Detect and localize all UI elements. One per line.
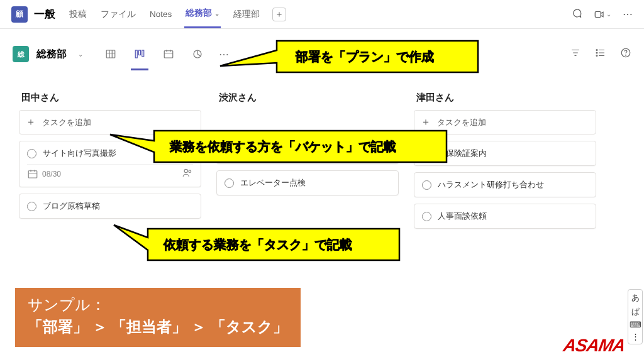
svg-point-13 <box>184 169 187 172</box>
complete-radio-icon[interactable] <box>225 148 234 157</box>
more-icon[interactable]: ⋯ <box>623 8 633 20</box>
calendar-icon <box>27 168 38 180</box>
task-card[interactable] <box>216 141 399 164</box>
svg-point-14 <box>189 170 191 173</box>
meet-icon[interactable]: ⌄ <box>594 9 611 20</box>
complete-radio-icon[interactable] <box>422 212 431 221</box>
plan-header: 総 総務部 ⌄ ⋯ <box>13 40 631 68</box>
complete-radio-icon[interactable] <box>225 178 234 188</box>
ime-item[interactable]: あ <box>631 292 640 304</box>
svg-rect-1 <box>106 50 115 58</box>
tab-soumu[interactable]: 総務部 ⌄ <box>184 1 221 28</box>
ime-toolbar[interactable]: あ ぱ ⌨ ⋮ <box>628 289 643 344</box>
plan-avatar[interactable]: 総 <box>13 46 29 62</box>
bucket-shibusawa: 渋沢さん ＋ エレベーター点検 <box>216 92 399 229</box>
plus-icon: ＋ <box>421 116 431 129</box>
task-card[interactable]: ハラスメント研修打ち合わせ <box>414 172 596 197</box>
task-title: エレベーター点検 <box>240 177 306 189</box>
svg-rect-4 <box>142 50 144 57</box>
task-card[interactable]: サイト向け写真撮影 08/30 <box>19 141 201 187</box>
svg-point-7 <box>596 50 597 51</box>
bucket-title[interactable]: 津田さん <box>414 92 596 104</box>
plan-right-controls <box>570 47 631 61</box>
board-view-icon[interactable] <box>132 47 147 62</box>
svg-rect-12 <box>28 170 37 177</box>
list-settings-icon[interactable] <box>595 47 606 61</box>
svg-rect-5 <box>164 51 173 58</box>
add-tab-button[interactable]: ＋ <box>272 8 286 21</box>
add-task-button[interactable]: ＋ タスクを追加 <box>19 110 201 134</box>
add-task-label: タスクを追加 <box>42 117 91 128</box>
ime-more-icon[interactable]: ⋮ <box>631 332 640 341</box>
tab-posts[interactable]: 投稿 <box>68 1 88 28</box>
add-task-label: タスクを追加 <box>437 117 486 128</box>
task-card[interactable]: エレベーター点検 <box>216 170 399 195</box>
view-more-icon[interactable]: ⋯ <box>219 48 229 60</box>
svg-point-8 <box>596 52 597 53</box>
svg-rect-3 <box>139 50 141 55</box>
task-title: ブログ原稿草稿 <box>43 200 100 212</box>
task-title: 人事面談依頼 <box>438 211 487 222</box>
add-task-button[interactable]: ＋ タスクを追加 <box>414 110 596 134</box>
due-date: 08/30 <box>27 168 61 180</box>
chevron-down-icon: ⌄ <box>214 10 219 17</box>
charts-view-icon[interactable] <box>190 47 205 62</box>
ime-keyboard-icon[interactable]: ⌨ <box>630 320 641 329</box>
svg-rect-2 <box>135 50 137 58</box>
teams-right-controls: ⌄ ⋯ <box>571 8 633 21</box>
tab-soumu-label: 総務部 <box>186 8 212 19</box>
complete-radio-icon[interactable] <box>27 149 36 158</box>
sample-line1: サンプル： <box>28 294 288 316</box>
sample-banner: サンプル： 「部署」 ＞ 「担当者」 ＞ 「タスク」 <box>15 288 301 347</box>
grid-view-icon[interactable] <box>103 47 118 62</box>
task-card[interactable]: 康保険証案内 <box>414 141 596 166</box>
assignee-icon[interactable] <box>182 167 193 180</box>
ime-item[interactable]: ぱ <box>631 306 640 317</box>
callout-task-text: 依頼する業務を「タスク」で記載 <box>164 238 352 251</box>
channel-name: 一般 <box>34 7 55 21</box>
channel-tabs: 投稿 ファイル Notes 総務部 ⌄ 経理部 ＋ <box>68 1 286 28</box>
complete-radio-icon[interactable] <box>422 149 431 158</box>
chat-icon[interactable] <box>571 8 582 21</box>
task-title: ハラスメント研修打ち合わせ <box>438 179 544 190</box>
task-card[interactable]: ブログ原稿草稿 <box>19 194 201 219</box>
due-date-text: 08/30 <box>42 170 61 178</box>
filter-icon[interactable] <box>570 47 581 61</box>
teams-tab-bar: 顧 一般 投稿 ファイル Notes 総務部 ⌄ 経理部 ＋ ⌄ ⋯ <box>0 0 644 29</box>
schedule-view-icon[interactable] <box>161 47 176 62</box>
board: 田中さん ＋ タスクを追加 サイト向け写真撮影 08/30 <box>13 92 631 229</box>
plus-icon: ＋ <box>26 116 36 129</box>
complete-radio-icon[interactable] <box>422 180 431 190</box>
bucket-tsuda: 津田さん ＋ タスクを追加 康保険証案内 ハラスメント研修打ち合わせ <box>414 92 596 229</box>
planner-panel: 総 総務部 ⌄ ⋯ 田中さん ＋ タスクを追加 <box>0 29 644 229</box>
asama-logo: ASAMA <box>562 336 627 356</box>
svg-marker-17 <box>114 225 399 260</box>
bucket-title[interactable]: 田中さん <box>19 92 201 104</box>
tab-keiri[interactable]: 経理部 <box>232 1 261 28</box>
svg-point-9 <box>596 55 597 57</box>
svg-point-11 <box>626 55 626 55</box>
plan-dropdown-icon[interactable]: ⌄ <box>78 51 83 58</box>
task-card[interactable]: 人事面談依頼 <box>414 204 596 229</box>
bucket-tanaka: 田中さん ＋ タスクを追加 サイト向け写真撮影 08/30 <box>19 92 201 229</box>
task-title: サイト向け写真撮影 <box>43 148 116 159</box>
help-icon[interactable] <box>620 47 631 61</box>
task-title: 康保険証案内 <box>438 148 487 159</box>
svg-rect-0 <box>595 11 601 17</box>
team-avatar[interactable]: 顧 <box>11 6 28 23</box>
plan-name: 総務部 <box>36 48 67 61</box>
bucket-title[interactable]: 渋沢さん <box>216 92 399 104</box>
tab-files[interactable]: ファイル <box>99 1 137 28</box>
view-switcher: ⋯ <box>103 47 229 62</box>
complete-radio-icon[interactable] <box>27 202 36 211</box>
sample-line2: 「部署」 ＞ 「担当者」 ＞ 「タスク」 <box>28 316 288 338</box>
tab-notes[interactable]: Notes <box>148 1 173 28</box>
